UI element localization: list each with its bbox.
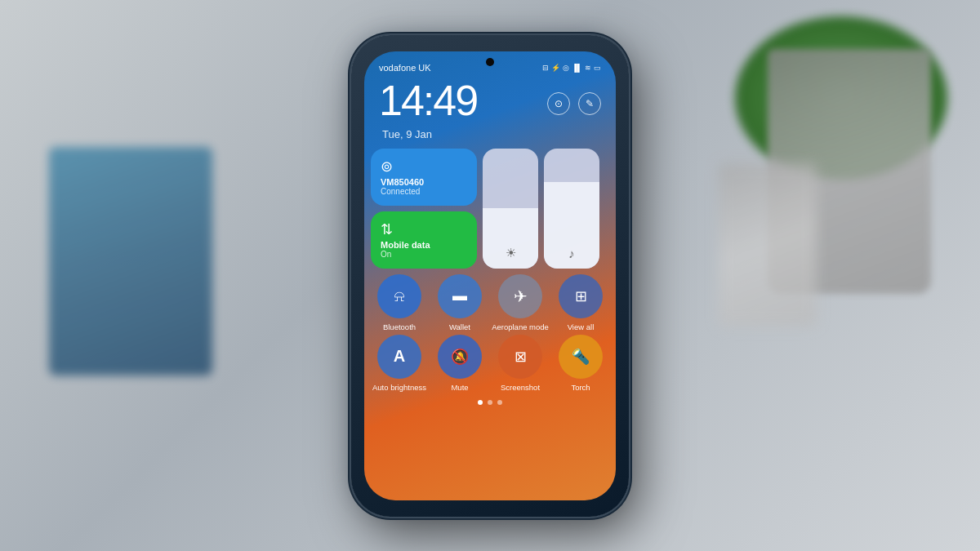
screenshot-label: Screenshot (501, 383, 540, 392)
bluetooth-icon: ⚡ (551, 64, 560, 72)
battery-icon: ▭ (594, 64, 601, 72)
phone-screen: vodafone UK ⊟ ⚡ ◎ ▐▌ ≋ ▭ 14:49 Tue, 9 Ja… (364, 51, 616, 500)
wifi-icon: ⊚ (381, 158, 467, 176)
viewall-label: View all (568, 322, 595, 331)
wallet-icon: ▬ (452, 287, 467, 304)
clock-area: 14:49 Tue, 9 Jan ⊙ ✎ (364, 76, 616, 149)
dot-2 (488, 400, 492, 405)
autobrightness-label: Auto brightness (372, 383, 426, 392)
signal-icon: ▐▌ (572, 64, 582, 72)
brightness-slider[interactable]: ☀ (483, 149, 538, 269)
mute-label: Mute (451, 383, 468, 392)
mobile-status: On (381, 250, 467, 259)
settings-icon[interactable]: ⊙ (547, 92, 570, 115)
autobrightness-button[interactable]: A (377, 335, 421, 379)
viewall-item: ⊞ View all (552, 274, 609, 331)
scene: vodafone UK ⊟ ⚡ ◎ ▐▌ ≋ ▭ 14:49 Tue, 9 Ja… (0, 0, 980, 551)
clock-date: Tue, 9 Jan (382, 128, 477, 140)
clock-time: 14:49 (379, 79, 477, 122)
torch-label: Torch (571, 383, 590, 392)
aeroplane-item: ✈ Aeroplane mode (492, 274, 549, 331)
wifi-name: VM850460 (381, 177, 467, 187)
wallet-item: ▬ Wallet (431, 274, 488, 331)
mobile-name: Mobile data (381, 240, 467, 250)
volume-slider[interactable]: ♪ (544, 149, 599, 269)
wallet-button[interactable]: ▬ (438, 274, 482, 318)
nfc-icon: ◎ (563, 64, 569, 72)
brightness-icon: ☀ (506, 246, 516, 260)
screenshot-icon: ⊠ (514, 348, 527, 366)
screenshot-button[interactable]: ⊠ (498, 335, 542, 379)
dot-3 (497, 400, 502, 405)
bluetooth-item: ⍾ Bluetooth (371, 274, 428, 331)
wifi-status: Connected (381, 187, 467, 196)
sim-icon: ⊟ (542, 64, 549, 72)
mobile-icon: ⇅ (381, 220, 467, 238)
viewall-icon: ⊞ (575, 287, 587, 305)
mute-button[interactable]: 🔕 (438, 335, 482, 379)
torch-icon: 🔦 (572, 348, 590, 366)
wifi-tile[interactable]: ⊚ VM850460 Connected (371, 149, 477, 206)
mute-item: 🔕 Mute (431, 335, 488, 392)
circles-row2: A Auto brightness 🔕 Mute ⊠ (364, 335, 616, 392)
wallet-label: Wallet (449, 322, 470, 331)
torch-button[interactable]: 🔦 (559, 335, 603, 379)
dot-1 (478, 400, 483, 405)
mobile-data-tile[interactable]: ⇅ Mobile data On (371, 211, 477, 269)
bluetooth-label: Bluetooth (383, 322, 416, 331)
clock-right-icons: ⊙ ✎ (547, 92, 601, 115)
bluetooth-icon: ⍾ (394, 287, 404, 305)
viewall-button[interactable]: ⊞ (559, 274, 603, 318)
mute-icon: 🔕 (451, 348, 469, 366)
torch-item: 🔦 Torch (552, 335, 609, 392)
background-pot2 (719, 163, 817, 327)
wifi-icon: ≋ (585, 64, 591, 72)
background-blue-box (49, 147, 212, 375)
phone-device: vodafone UK ⊟ ⚡ ◎ ▐▌ ≋ ▭ 14:49 Tue, 9 Ja… (351, 35, 629, 517)
autobrightness-icon: A (394, 347, 405, 366)
status-icons: ⊟ ⚡ ◎ ▐▌ ≋ ▭ (542, 64, 601, 72)
camera-hole (486, 58, 494, 66)
autobrightness-item: A Auto brightness (371, 335, 428, 392)
edit-icon[interactable]: ✎ (578, 92, 601, 115)
quick-settings-tiles: ⊚ VM850460 Connected ☀ ♪ (364, 149, 616, 269)
circles-row1: ⍾ Bluetooth ▬ Wallet ✈ Ae (364, 274, 616, 331)
bluetooth-button[interactable]: ⍾ (377, 274, 421, 318)
screenshot-item: ⊠ Screenshot (492, 335, 549, 392)
aeroplane-icon: ✈ (514, 287, 528, 306)
carrier-label: vodafone UK (379, 63, 431, 73)
aeroplane-label: Aeroplane mode (492, 322, 549, 331)
pagination-dots (364, 400, 616, 405)
aeroplane-button[interactable]: ✈ (498, 274, 542, 318)
volume-icon: ♪ (568, 247, 575, 260)
